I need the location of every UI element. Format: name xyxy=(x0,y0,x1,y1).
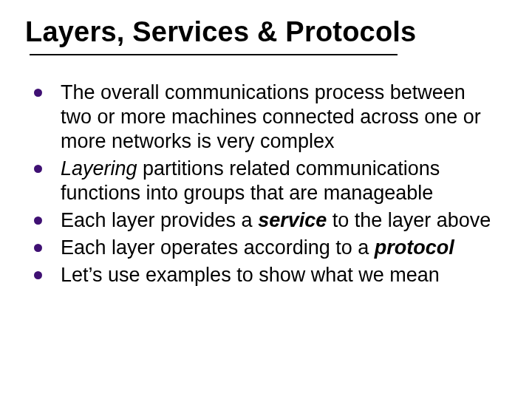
bullet-icon xyxy=(34,89,42,97)
list-item: Each layer provides a service to the lay… xyxy=(31,208,492,233)
bullet-icon xyxy=(34,271,42,279)
bullet-text-em: protocol xyxy=(375,236,454,259)
list-item: The overall communications process betwe… xyxy=(31,81,492,154)
bullet-text-em: service xyxy=(258,209,327,231)
bullet-text-pre: Each layer provides a xyxy=(61,209,258,231)
list-item: Each layer operates according to a proto… xyxy=(31,236,492,260)
title-underline xyxy=(30,54,398,55)
bullet-icon xyxy=(34,244,42,252)
bullet-text-pre: Each layer operates according to a xyxy=(61,236,375,259)
slide-title: Layers, Services & Protocols xyxy=(25,16,507,48)
bullet-text-em: Layering xyxy=(61,157,137,180)
list-item: Layering partitions related communicatio… xyxy=(31,157,492,205)
bullet-icon xyxy=(34,165,42,173)
slide: Layers, Services & Protocols The overall… xyxy=(0,0,532,399)
bullet-icon xyxy=(34,216,42,225)
bullet-text-pre: Let’s use examples to show what we mean xyxy=(61,264,440,286)
bullet-list: The overall communications process betwe… xyxy=(25,81,507,287)
list-item: Let’s use examples to show what we mean xyxy=(31,263,492,287)
bullet-text-pre: The overall communications process betwe… xyxy=(61,81,481,152)
bullet-text-post: to the layer above xyxy=(327,209,491,231)
